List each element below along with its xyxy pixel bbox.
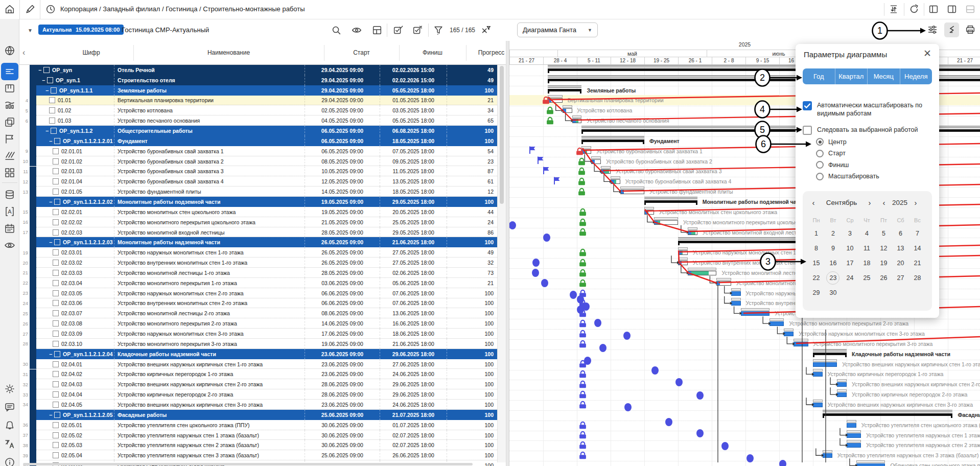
sidebar-item-flag-icon[interactable] xyxy=(4,133,16,145)
calendar-date-18[interactable]: 18 xyxy=(858,257,875,270)
expander-icon[interactable]: − xyxy=(38,67,42,73)
gantt-task-bar[interactable] xyxy=(813,403,823,407)
calendar-date-15[interactable]: 15 xyxy=(808,257,825,270)
gantt-task-bar[interactable] xyxy=(847,423,856,428)
gantt-task-bar[interactable] xyxy=(678,261,688,265)
row-checkbox[interactable] xyxy=(53,422,59,428)
clock-icon[interactable] xyxy=(44,3,57,16)
sidebar-item-hatch-icon[interactable] xyxy=(4,150,16,162)
row-checkbox[interactable] xyxy=(54,239,60,245)
table-row[interactable]: 1602.02.02Устройство монолитного перекры… xyxy=(19,217,506,227)
row-checkbox[interactable] xyxy=(53,300,59,306)
gantt-view-select[interactable]: Диаграмма Ганта ▼ xyxy=(517,22,598,37)
table-row[interactable]: 3602.05.01Устройство утеплителя стен цок… xyxy=(19,420,506,430)
uncheck-all-icon[interactable] xyxy=(411,24,424,37)
sidebar-item-kanban-icon[interactable] xyxy=(4,82,16,95)
sidebar-item-bell-icon[interactable] xyxy=(4,420,16,432)
sidebar-item-chart-icon[interactable] xyxy=(4,99,16,111)
row-checkbox[interactable] xyxy=(53,280,59,286)
gantt-summary-bar[interactable] xyxy=(823,413,953,416)
table-row[interactable]: 1002.01.02Устройство буронабивных свай з… xyxy=(19,156,506,167)
calendar-date-23[interactable]: 23 xyxy=(825,271,842,285)
gantt-task-bar[interactable] xyxy=(716,281,731,286)
radio-icon[interactable] xyxy=(816,150,824,157)
row-checkbox[interactable] xyxy=(53,331,59,337)
gantt-task-bar[interactable] xyxy=(784,332,794,336)
follow-checkbox-row[interactable]: Следовать за выбранной работой xyxy=(803,126,930,135)
table-row[interactable]: 2702.03.09Устройство наружных монолитных… xyxy=(19,329,506,339)
calendar-date-20[interactable]: 20 xyxy=(892,257,909,270)
calendar-date-11[interactable]: 11 xyxy=(858,242,875,255)
gantt-task-bar[interactable] xyxy=(731,301,741,306)
expander-icon[interactable]: − xyxy=(49,138,53,144)
gantt-task-bar[interactable] xyxy=(769,321,784,326)
calendar-date-2[interactable]: 2 xyxy=(825,227,842,240)
row-checkbox[interactable] xyxy=(53,402,59,408)
expander-icon[interactable]: − xyxy=(49,412,53,418)
calendar-date-25[interactable]: 25 xyxy=(858,271,875,285)
calendar-date-16[interactable]: 16 xyxy=(825,257,842,270)
row-checkbox[interactable] xyxy=(53,219,59,225)
table-row[interactable]: 2102.03.03Устройство монолитной лестницы… xyxy=(19,268,506,278)
row-checkbox[interactable] xyxy=(53,452,59,458)
calendar-date-6[interactable]: 6 xyxy=(892,227,909,240)
gantt-task-bar[interactable] xyxy=(813,362,837,367)
table-row[interactable]: 2002.03.02Устройство внутренних монолитн… xyxy=(19,258,506,268)
sidebar-item-message-icon[interactable] xyxy=(4,401,16,413)
row-checkbox[interactable] xyxy=(53,371,59,377)
autoscale-checkbox-row[interactable]: Автоматически масштабировать по видимым … xyxy=(803,101,930,118)
month-prev-icon[interactable]: ‹ xyxy=(809,198,818,207)
scale-option-год[interactable]: Год xyxy=(803,68,835,84)
radio-option-row[interactable]: Финиш xyxy=(816,161,849,169)
calendar-date-3[interactable]: 3 xyxy=(842,227,858,240)
panel-bottom-icon[interactable] xyxy=(964,3,977,16)
table-row[interactable]: 2402.03.06Устройство внутренних монолитн… xyxy=(19,298,506,309)
table-row[interactable]: 1902.03.01Устройство наружных монолитных… xyxy=(19,247,506,258)
link-style-icon[interactable] xyxy=(944,22,959,37)
row-checkbox[interactable] xyxy=(49,107,55,113)
refresh-icon[interactable] xyxy=(907,3,921,16)
table-row[interactable]: 3702.05.02Устройство утеплителя наружных… xyxy=(19,430,506,440)
year-prev-icon[interactable]: ‹ xyxy=(879,198,889,207)
gantt-summary-bar[interactable] xyxy=(813,353,847,355)
radio-option-row[interactable]: Масштабировать xyxy=(816,173,879,180)
calendar-date-29[interactable]: 29 xyxy=(808,286,825,299)
row-checkbox[interactable] xyxy=(53,189,59,195)
gantt-task-bar[interactable] xyxy=(548,98,562,103)
radio-icon[interactable] xyxy=(816,173,824,180)
calendar-date-28[interactable]: 28 xyxy=(909,271,926,285)
row-checkbox[interactable] xyxy=(53,229,59,236)
table-row[interactable]: 3802.05.03Устройство утеплителя наружных… xyxy=(19,440,506,450)
row-checkbox[interactable] xyxy=(53,249,59,255)
table-row[interactable]: 1302.01.05Устройство фундаментной плиты1… xyxy=(19,187,506,197)
row-checkbox[interactable] xyxy=(54,412,60,418)
sidebar-item-eye-icon[interactable] xyxy=(4,239,16,251)
table-row[interactable]: 3002.04.01Устройство внешних наружных ки… xyxy=(19,359,506,369)
table-row[interactable]: 35−OP_syn.1.1.2.1.2.05Фасадные работы25.… xyxy=(19,410,506,420)
column-header-code[interactable]: Шифр xyxy=(49,41,133,65)
table-row[interactable]: 3−OP_syn.1.1.1Земляные работы29.04.2025 … xyxy=(19,85,506,96)
expander-icon[interactable]: − xyxy=(45,128,50,134)
expander-icon[interactable]: − xyxy=(45,87,50,94)
table-horizontal-scrollbar[interactable] xyxy=(23,463,473,465)
gantt-task-bar[interactable] xyxy=(856,463,885,466)
check-all-icon[interactable] xyxy=(391,24,405,37)
table-row[interactable]: 401.01Вертикальная планировка территории… xyxy=(19,96,506,106)
gantt-task-bar[interactable] xyxy=(794,342,808,346)
row-checkbox[interactable] xyxy=(53,391,59,398)
gantt-task-bar[interactable] xyxy=(611,179,620,184)
scrollbar-thumb[interactable] xyxy=(500,66,504,204)
radio-icon[interactable] xyxy=(816,161,824,169)
radio-selected-icon[interactable] xyxy=(816,138,824,146)
sidebar-item-globe-icon[interactable] xyxy=(4,44,16,57)
home-icon[interactable] xyxy=(3,3,16,16)
table-row[interactable]: 2802.03.10Устройство монолитного перекры… xyxy=(19,339,506,349)
calendar-date-26[interactable]: 26 xyxy=(875,271,892,285)
gantt-task-bar[interactable] xyxy=(678,250,688,255)
calendar-date-27[interactable]: 27 xyxy=(892,271,909,285)
table-row[interactable]: 2−OP_syn.1Строительство отеля29.04.2025 … xyxy=(19,75,506,85)
table-row[interactable]: 1102.01.03Устройство буронабивных свай з… xyxy=(19,167,506,177)
radio-option-row[interactable]: Центр xyxy=(816,138,847,146)
calendar-date-19[interactable]: 19 xyxy=(875,257,892,270)
table-row[interactable]: 7−OP_syn.1.1.2Общестроительные работы06.… xyxy=(19,126,506,136)
